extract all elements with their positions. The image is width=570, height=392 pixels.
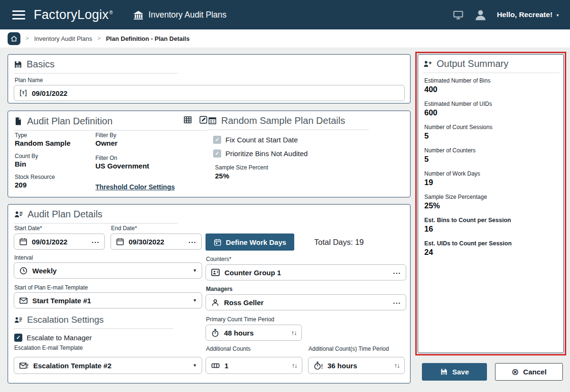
additional-counts-stepper[interactable]: 1 ↑↓ (206, 357, 302, 374)
page-title: Inventory Audit Plans (133, 9, 226, 20)
additional-period-label: Additional Count(s) Time Period (308, 345, 389, 352)
start-date-calendar-icon (19, 237, 28, 246)
save-floppy-icon (440, 368, 448, 376)
envelope-alert-icon (19, 361, 29, 370)
audit-plan-definition-card: Audit Plan Definition Type Random Sample… (8, 111, 411, 197)
output-item: Number of Work Days19 (424, 170, 559, 187)
cancel-circle-x-icon: ⊗ (511, 366, 519, 377)
definition-title: Audit Plan Definition (27, 116, 112, 127)
user-menu[interactable]: Hello, Recreate! ▼ (497, 10, 560, 19)
sample-size-label: Sample Size Percent (215, 164, 268, 171)
filter-by-value: Owner (95, 139, 118, 147)
count-by-label: Count By (15, 153, 38, 159)
prioritize-label: Prioritize Bins Not Audited (225, 149, 308, 158)
escalation-template-select[interactable]: Escalation Template #2 ▼ (14, 357, 202, 374)
definition-header: Audit Plan Definition (14, 115, 208, 131)
view-table-icon[interactable] (183, 115, 192, 127)
interval-select[interactable]: Weekly ▼ (14, 262, 202, 279)
output-item: Estimated Number of UIDs600 (424, 101, 559, 117)
stock-resource-value: 209 (15, 181, 27, 189)
interval-label: Interval (14, 254, 33, 261)
output-item: Number of Count Sessions5 (424, 124, 559, 140)
breadcrumb: > Inventory Audit Plans > Plan Definitio… (0, 29, 570, 47)
floppy-icon (14, 60, 22, 69)
plan-name-label: Plan Name (15, 77, 43, 84)
additional-period-arrows-icon[interactable]: ↑↓ (394, 362, 400, 369)
additional-period-stepper[interactable]: 36 hours ↑↓ (308, 357, 405, 374)
escalate-checkbox-row[interactable]: ✓ Escalate to Manager (14, 334, 92, 342)
start-template-select[interactable]: Start Template #1 ▼ (14, 292, 202, 308)
start-template-value: Start Template #1 (32, 297, 91, 305)
plan-name-value: 09/01/2022 (32, 89, 67, 97)
counters-label: Counters* (206, 256, 231, 262)
total-days-text: Total Days: 19 (314, 238, 364, 247)
fix-count-checkbox-row: ✓ Fix Count at Start Date (213, 136, 298, 144)
escalation-header: Escalation Settings (14, 315, 173, 329)
text-cursor-icon (19, 89, 28, 97)
basics-title: Basics (27, 59, 55, 70)
home-button[interactable] (8, 32, 20, 45)
fix-count-label: Fix Count at Start Date (225, 136, 298, 144)
form-icon (208, 116, 217, 125)
primary-period-value: 48 hours (224, 329, 254, 337)
cancel-button[interactable]: ⊗ Cancel (495, 363, 563, 381)
user-avatar-icon[interactable] (474, 8, 487, 22)
roster-icon (14, 210, 23, 219)
breadcrumb-separator: > (97, 35, 101, 42)
escalation-roster-icon (14, 316, 23, 325)
counters-input[interactable]: Counter Group 1 ... (206, 264, 406, 280)
end-date-calendar-icon (116, 237, 124, 246)
escalate-checkbox[interactable]: ✓ (14, 334, 22, 342)
output-summary-title: Output Summary (437, 58, 508, 69)
sample-size-value: 25% (215, 172, 229, 180)
save-button[interactable]: Save (422, 363, 487, 381)
menu-icon[interactable] (12, 10, 25, 19)
start-date-input[interactable]: 09/01/2022 ... (14, 233, 105, 250)
details-header: Audit Plan Details (14, 209, 178, 224)
additional-counts-arrows-icon[interactable]: ↑↓ (292, 362, 298, 369)
additional-period-value: 36 hours (327, 362, 357, 370)
edit-definition-icon[interactable] (199, 115, 208, 127)
output-summary-card: Output Summary Estimated Number of Bins4… (418, 54, 564, 353)
envelope-icon (19, 296, 28, 305)
prioritize-checkbox-row: ✓ Prioritize Bins Not Audited (213, 149, 308, 158)
remote-display-icon[interactable] (452, 9, 464, 20)
badge-person-icon (211, 268, 220, 277)
primary-period-stepper[interactable]: 48 hours ↑↓ (206, 325, 302, 341)
output-item: Number of Counters5 (424, 147, 559, 164)
output-summary-header: Output Summary (423, 58, 560, 73)
end-date-input[interactable]: 09/30/2022 ... (111, 233, 202, 250)
home-icon (10, 35, 18, 42)
basics-card: Basics Plan Name 09/01/2022 (8, 54, 411, 103)
counters-more-button[interactable]: ... (393, 267, 401, 278)
output-summary-highlight: Output Summary Estimated Number of Bins4… (415, 52, 566, 355)
output-item: Est. UIDs to Count per Session24 (424, 240, 559, 257)
primary-period-arrows-icon[interactable]: ↑↓ (291, 329, 297, 336)
define-work-days-button[interactable]: Define Work Days (206, 233, 294, 251)
start-date-value: 09/01/2022 (32, 238, 67, 246)
prioritize-checkbox: ✓ (213, 149, 221, 158)
managers-label: Managers (206, 286, 233, 292)
breadcrumb-level1[interactable]: Inventory Audit Plans (34, 35, 92, 42)
end-date-more-button[interactable]: ... (188, 236, 196, 247)
plan-name-input[interactable]: 09/01/2022 (14, 85, 405, 101)
document-icon (14, 117, 23, 126)
breadcrumb-current: Plan Definition - Plan Details (106, 35, 189, 42)
breadcrumb-separator: > (26, 35, 29, 42)
audit-plan-details-card: Audit Plan Details Start Date* End Date*… (8, 204, 411, 383)
threshold-color-settings-link[interactable]: Threshold Color Settings (95, 183, 175, 191)
primary-period-label: Primary Count Time Period (206, 316, 274, 323)
managers-value: Ross Geller (224, 299, 263, 307)
managers-input[interactable]: Ross Geller ... (206, 294, 406, 310)
output-item: Est. Bins to Count per Session16 (424, 217, 559, 233)
building-icon (133, 9, 144, 20)
additional-counts-value: 1 (224, 362, 228, 370)
count-by-value: Bin (15, 160, 26, 168)
managers-more-button[interactable]: ... (393, 297, 401, 308)
calendar-day-icon (214, 238, 222, 246)
details-title: Audit Plan Details (28, 209, 103, 220)
clock-icon (19, 266, 28, 275)
person-plus-icon (423, 59, 432, 69)
counters-value: Counter Group 1 (224, 269, 281, 277)
start-date-more-button[interactable]: ... (92, 236, 100, 247)
